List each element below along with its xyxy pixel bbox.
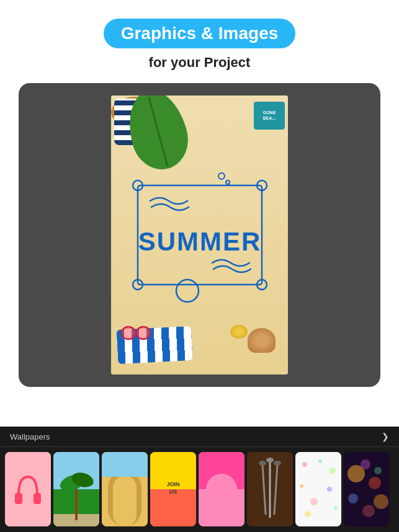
subtitle: for your Project [0,55,399,71]
svg-line-13 [150,330,151,331]
thumbnail-6[interactable] [247,452,293,526]
headphones-thumb [5,452,51,526]
svg-point-9 [122,327,135,339]
canvas-image[interactable]: GONEBEA... [111,95,288,375]
pattern-thumb [295,452,341,526]
brushes-thumb [247,452,293,526]
svg-point-45 [300,484,303,488]
title-badge: Graphics & Images [104,19,296,48]
svg-rect-15 [15,493,22,504]
svg-text:SUMMER: SUMMER [138,227,261,256]
wallpapers-bar[interactable]: Wallpapers ❯ [0,427,399,447]
svg-point-10 [137,327,150,339]
thumbnails-row: JOIN US [0,447,399,531]
main-canvas-area: GONEBEA... [19,83,380,387]
svg-point-54 [374,494,388,509]
svg-rect-14 [5,452,51,526]
thumbnail-1[interactable] [5,452,51,526]
sunglasses [120,325,151,340]
abstract-thumb [199,452,244,526]
thumbnail-2[interactable] [53,452,99,526]
svg-point-38 [259,461,266,466]
svg-point-49 [305,511,311,517]
svg-rect-25 [113,476,137,526]
svg-rect-41 [295,452,341,526]
thumbnail-4[interactable]: JOIN US [150,452,196,526]
svg-rect-26 [102,452,148,477]
thumbnail-3[interactable] [102,452,148,526]
tropical-leaf [120,95,195,175]
seashell [248,328,276,353]
thumbnail-7[interactable] [295,452,341,526]
gone-beach-sign: GONEBEA... [254,102,285,130]
svg-point-46 [327,487,332,492]
svg-point-42 [302,462,307,467]
svg-point-57 [374,467,382,474]
svg-point-40 [274,461,281,466]
summer-overlay: SUMMER [125,167,274,303]
svg-point-5 [218,173,225,179]
sign-text: GONEBEA... [263,110,276,121]
svg-text:US: US [169,489,177,495]
svg-point-56 [362,505,375,517]
bokeh-thumb [344,452,390,526]
svg-point-6 [226,180,230,184]
svg-point-44 [330,468,336,474]
chevron-down-icon[interactable]: ❯ [382,432,389,441]
beach-thumb [53,452,99,526]
svg-point-52 [369,477,381,489]
svg-point-33 [206,474,237,505]
beach-background: GONEBEA... [111,95,288,375]
svg-point-47 [310,498,318,505]
svg-point-7 [176,280,199,302]
wallpapers-label: Wallpapers [10,432,50,441]
svg-line-12 [120,330,122,331]
thumbnail-8[interactable] [344,452,390,526]
arch-thumb [102,452,148,526]
svg-point-39 [266,458,274,463]
letters-thumb: JOIN US [150,452,196,526]
bottom-panel: Wallpapers ❯ [0,427,399,532]
svg-point-43 [318,459,322,463]
svg-point-48 [334,506,338,510]
svg-text:JOIN: JOIN [166,481,179,487]
header-section: Graphics & Images for your Project [0,0,399,83]
thumbnail-5[interactable] [199,452,244,526]
svg-rect-16 [34,493,41,504]
small-shell [230,325,248,339]
svg-point-55 [348,494,358,503]
summer-svg: SUMMER [125,167,274,303]
svg-point-53 [361,459,370,469]
